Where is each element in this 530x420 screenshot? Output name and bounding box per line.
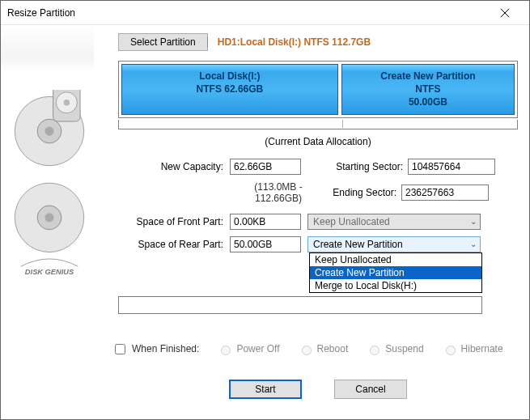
partition-left-name: Local Disk(I:) xyxy=(122,70,337,83)
hard-disk-icon: DISK GENIUS xyxy=(9,90,90,300)
rear-space-input[interactable] xyxy=(230,236,301,252)
starting-sector-label: Starting Sector: xyxy=(329,161,403,172)
rear-space-label: Space of Rear Part: xyxy=(118,239,223,250)
close-button[interactable] xyxy=(487,2,523,24)
allocation-ruler[interactable] xyxy=(118,120,518,129)
dropdown-option-merge[interactable]: Merge to Local Disk(H:) xyxy=(310,279,481,292)
radio-power-off[interactable]: Power Off xyxy=(217,343,279,355)
radio-reboot-label: Reboot xyxy=(317,343,349,354)
front-space-label: Space of Front Part: xyxy=(118,216,223,227)
disk-illustration-panel: DISK GENIUS xyxy=(1,25,94,419)
radio-hibernate-label: Hibernate xyxy=(461,343,503,354)
partition-right-fs: NTFS xyxy=(342,83,514,95)
partition-right-name: Create New Partition xyxy=(342,70,514,83)
radio-suspend[interactable]: Suspend xyxy=(366,343,423,355)
resize-partition-window: Resize Partition DISK GENIUS xyxy=(0,0,530,420)
partition-left-info: NTFS 62.66GB xyxy=(122,83,337,95)
rear-space-mode-value: Create New Partition xyxy=(313,239,403,250)
starting-sector-input[interactable] xyxy=(408,159,495,175)
svg-point-7 xyxy=(64,100,70,105)
radio-hibernate-input[interactable] xyxy=(446,346,456,355)
svg-text:DISK GENIUS: DISK GENIUS xyxy=(25,268,74,276)
dropdown-option-create-new-partition[interactable]: Create New Partition xyxy=(310,266,481,279)
radio-power-off-input[interactable] xyxy=(221,346,231,355)
partition-left[interactable]: Local Disk(I:) NTFS 62.66GB xyxy=(121,64,338,115)
partition-right-size: 50.00GB xyxy=(342,95,514,108)
radio-suspend-label: Suspend xyxy=(385,343,423,354)
window-title: Resize Partition xyxy=(7,7,487,19)
front-space-input[interactable] xyxy=(230,214,301,230)
allocation-box: Local Disk(I:) NTFS 62.66GB Create New P… xyxy=(118,61,518,118)
front-space-mode-value: Keep Unallocated xyxy=(313,216,390,227)
close-icon xyxy=(501,9,509,17)
status-input[interactable] xyxy=(118,296,482,314)
titlebar: Resize Partition xyxy=(1,1,529,25)
capacity-range-label: (113.0MB - 112.66GB) xyxy=(230,181,327,204)
front-space-mode-select[interactable]: Keep Unallocated ⌄ xyxy=(307,214,481,230)
rear-space-mode-select[interactable]: Create New Partition ⌄ xyxy=(307,236,481,252)
new-capacity-input[interactable] xyxy=(230,159,301,175)
svg-point-4 xyxy=(45,127,53,136)
cancel-button[interactable]: Cancel xyxy=(334,380,407,399)
when-finished-checkbox-input[interactable] xyxy=(115,344,125,354)
ending-sector-input[interactable] xyxy=(401,185,489,201)
radio-reboot-input[interactable] xyxy=(302,346,312,355)
allocation-divider-handle[interactable] xyxy=(342,120,343,128)
radio-reboot[interactable]: Reboot xyxy=(298,343,349,355)
allocation-caption: (Current Data Allocation) xyxy=(118,136,518,147)
new-capacity-label: New Capacity: xyxy=(118,161,223,172)
chevron-down-icon: ⌄ xyxy=(470,217,477,226)
chevron-down-icon: ⌄ xyxy=(470,240,477,248)
start-button[interactable]: Start xyxy=(229,380,302,399)
when-finished-checkbox[interactable]: When Finished: xyxy=(112,342,199,357)
dropdown-option-keep-unallocated[interactable]: Keep Unallocated xyxy=(310,253,481,266)
selected-disk-label: HD1:Local Disk(I:) NTFS 112.7GB xyxy=(218,36,371,48)
select-partition-button[interactable]: Select Partition xyxy=(118,33,208,51)
radio-power-off-label: Power Off xyxy=(236,343,279,354)
radio-suspend-input[interactable] xyxy=(370,346,379,355)
partition-right[interactable]: Create New Partition NTFS 50.00GB xyxy=(341,64,515,115)
content-panel: Select Partition HD1:Local Disk(I:) NTFS… xyxy=(94,25,529,419)
svg-point-10 xyxy=(45,213,53,222)
ending-sector-label: Ending Sector: xyxy=(322,187,396,198)
radio-hibernate[interactable]: Hibernate xyxy=(442,343,503,355)
rear-space-dropdown-list: Keep Unallocated Create New Partition Me… xyxy=(309,252,482,293)
when-finished-label: When Finished: xyxy=(132,343,199,354)
